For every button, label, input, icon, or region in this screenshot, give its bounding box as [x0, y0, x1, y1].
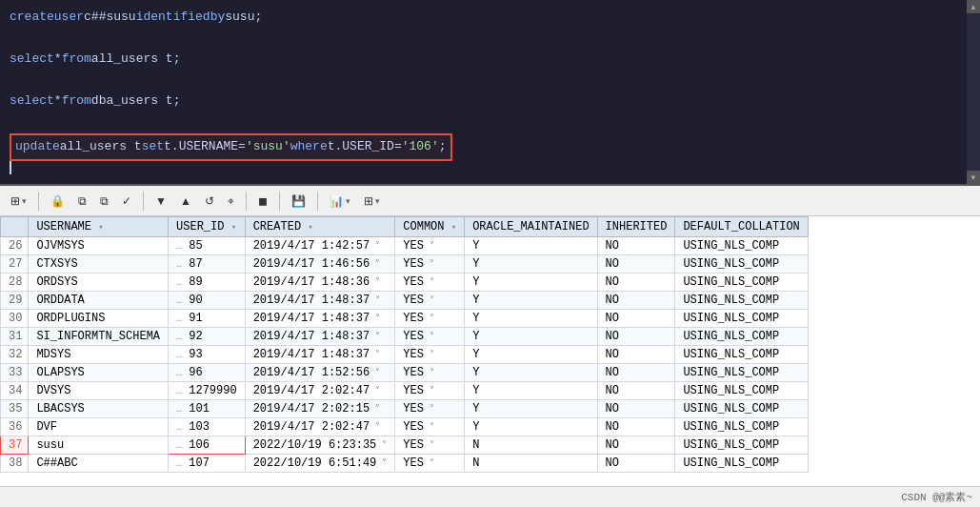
copy2-btn[interactable]: ⧉ — [95, 192, 113, 211]
cell-common: YES ˅ — [395, 310, 465, 328]
cell-dots-after: ˅ — [376, 440, 387, 451]
cell-inherited: NO — [597, 436, 675, 455]
cell-dots-after-common: ˅ — [424, 458, 434, 469]
cell-created: 2019/4/17 1:48:37 ˅ — [245, 292, 395, 310]
cell-dots-indicator: … — [176, 277, 182, 288]
col-inherited[interactable]: INHERITED — [597, 217, 675, 237]
cell-dots-after: ˅ — [370, 386, 380, 396]
refresh-btn[interactable]: ↺ — [200, 192, 219, 211]
row-number: 27 — [1, 255, 29, 274]
row-number: 30 — [1, 310, 29, 328]
scroll-up-btn[interactable]: ▲ — [967, 0, 980, 13]
cell-common: YES ˅ — [395, 292, 465, 310]
cell-dots-indicator: … — [176, 241, 182, 252]
sep4 — [279, 192, 280, 211]
cell-default-collation: USING_NLS_COMP — [675, 455, 808, 473]
cell-inherited: NO — [597, 274, 675, 292]
cell-dots-after-common: ˅ — [424, 277, 434, 288]
cell-inherited: NO — [597, 364, 675, 382]
cell-dots-after-common: ˅ — [424, 314, 434, 324]
cell-dots-after-common: ˅ — [424, 440, 434, 451]
editor-content: create user c##susu identified by susu; … — [0, 0, 967, 186]
col-username[interactable]: USERNAME ▾ — [29, 217, 169, 237]
grid-btn[interactable]: ⊞▾ — [6, 192, 31, 211]
cell-inherited: NO — [597, 237, 675, 255]
text-cursor — [10, 161, 11, 174]
editor-line-6 — [10, 112, 961, 133]
cell-oracle-maintained: Y — [465, 292, 597, 310]
stop-btn[interactable]: ◼ — [253, 192, 272, 211]
bottom-bar: CSDN @@素素~ — [0, 486, 980, 507]
code-password: susu; — [225, 8, 262, 28]
cell-inherited: NO — [597, 346, 675, 364]
cell-oracle-maintained: Y — [465, 255, 597, 274]
find-btn[interactable]: ⌖ — [223, 192, 239, 211]
scroll-down-btn[interactable]: ▼ — [967, 171, 980, 184]
grid2-btn[interactable]: ⊞▾ — [359, 192, 385, 211]
table-row: 28ORDSYS… 892019/4/17 1:48:36 ˅YES ˅YNOU… — [1, 274, 809, 292]
kw-user: user — [54, 8, 84, 28]
cell-username: OLAPSYS — [29, 364, 169, 382]
cell-dots-after-common: ˅ — [424, 259, 434, 270]
cell-dots-indicator: … — [176, 314, 182, 324]
cell-dots-after-common: ˅ — [424, 404, 434, 415]
cell-oracle-maintained: Y — [465, 364, 597, 382]
cell-dots-after: ˅ — [370, 295, 380, 306]
cell-dots-after: ˅ — [370, 277, 380, 288]
cell-inherited: NO — [597, 292, 675, 310]
down-btn[interactable]: ▼ — [150, 192, 171, 211]
toolbar: ⊞▾ 🔒 ⧉ ⧉ ✓ ▼ ▲ ↺ ⌖ ◼ 💾 📊▾ ⊞▾ — [0, 186, 980, 216]
kw-from2: from — [62, 91, 91, 112]
cell-common: YES ˅ — [395, 328, 465, 346]
table-row: 35LBACSYS… 1012019/4/17 2:02:15 ˅YES ˅YN… — [1, 400, 809, 418]
copy-btn[interactable]: ⧉ — [73, 192, 91, 211]
cell-default-collation: USING_NLS_COMP — [675, 237, 808, 255]
chart-btn[interactable]: 📊▾ — [325, 192, 355, 211]
row-number: 35 — [1, 400, 29, 418]
cell-created: 2019/4/17 2:02:15 ˅ — [245, 400, 395, 418]
save-btn[interactable]: 💾 — [287, 192, 310, 211]
editor-scrollbar[interactable]: ▲ ▼ — [967, 0, 980, 184]
code-star1: * — [54, 50, 62, 70]
kw-select1: select — [10, 50, 54, 70]
sep3 — [246, 192, 247, 211]
cell-dots-after: ˅ — [370, 350, 380, 360]
cell-default-collation: USING_NLS_COMP — [675, 346, 808, 364]
kw-create: create — [10, 8, 54, 28]
lock-btn[interactable]: 🔒 — [46, 192, 70, 211]
cell-dots-indicator: … — [176, 386, 182, 396]
cell-common: YES ˅ — [395, 346, 465, 364]
cell-oracle-maintained: Y — [465, 274, 597, 292]
cell-oracle-maintained: N — [465, 455, 597, 473]
cell-created: 2019/4/17 1:48:37 ˅ — [245, 346, 395, 364]
cell-common: YES ˅ — [395, 455, 465, 473]
cell-common: YES ˅ — [395, 400, 465, 418]
cell-username: susu — [29, 436, 169, 455]
col-userid[interactable]: USER_ID ▾ — [169, 217, 246, 237]
code-semi: ; — [439, 137, 447, 157]
row-number: 32 — [1, 346, 29, 364]
cell-created: 2019/4/17 1:46:56 ˅ — [245, 255, 395, 274]
row-number: 33 — [1, 364, 29, 382]
col-created[interactable]: CREATED ▾ — [245, 217, 395, 237]
col-common[interactable]: COMMON ▾ — [395, 217, 465, 237]
table-row: 26OJVMSYS… 852019/4/17 1:42:57 ˅YES ˅YNO… — [1, 237, 809, 255]
check-btn[interactable]: ✓ — [117, 192, 136, 211]
up-btn[interactable]: ▲ — [175, 192, 196, 211]
cell-inherited: NO — [597, 382, 675, 400]
sep1 — [38, 192, 39, 211]
cell-dots-after-common: ˅ — [424, 368, 434, 378]
col-oracle-maintained[interactable]: ORACLE_MAINTAINED — [465, 217, 597, 237]
cell-common: YES ˅ — [395, 364, 465, 382]
col-default-collation[interactable]: DEFAULT_COLLATION — [675, 217, 808, 237]
cell-oracle-maintained: Y — [465, 382, 597, 400]
cell-oracle-maintained: Y — [465, 310, 597, 328]
results-scroll-area[interactable]: USERNAME ▾ USER_ID ▾ CREATED ▾ COMMON ▾ … — [0, 216, 980, 486]
table-row: 30ORDPLUGINS… 912019/4/17 1:48:37 ˅YES ˅… — [1, 310, 809, 328]
col-num — [1, 217, 29, 237]
cell-dots-indicator: … — [176, 458, 182, 469]
cell-default-collation: USING_NLS_COMP — [675, 292, 808, 310]
code-table2: dba_users t; — [91, 91, 181, 112]
cell-username: ORDDATA — [29, 292, 169, 310]
editor-line-8 — [10, 161, 961, 182]
